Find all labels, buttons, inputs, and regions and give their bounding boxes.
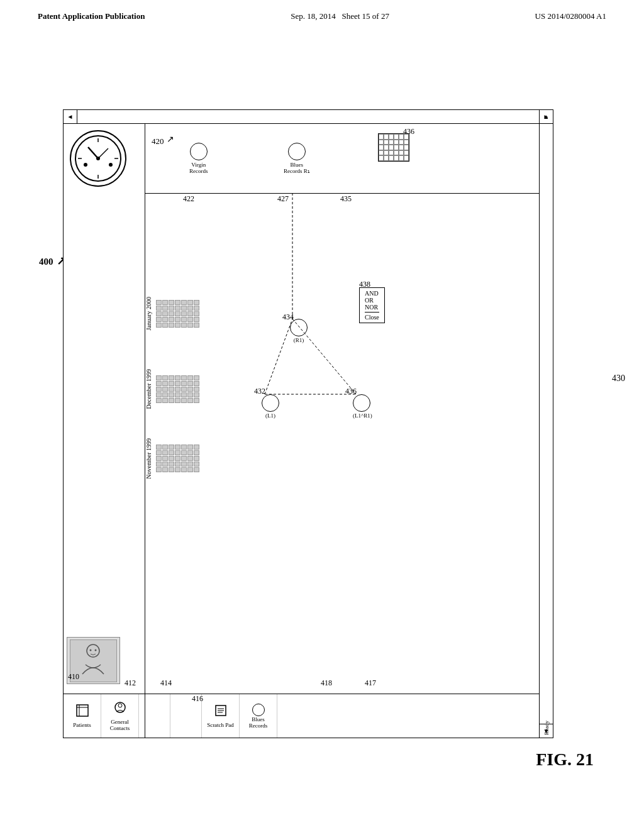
virgin-circle	[190, 143, 208, 160]
divider-1	[145, 193, 539, 194]
december-calendar	[156, 375, 199, 403]
clock-circle	[70, 130, 126, 187]
bottom-toolbar: Patients GeneralContacts	[64, 694, 539, 738]
november-calendar	[156, 445, 199, 472]
top-scrollbar: ◄ ►	[64, 110, 553, 124]
january-calendar	[156, 300, 199, 328]
popup-and[interactable]: AND	[365, 290, 379, 297]
ref-416-ext: 416	[192, 694, 203, 704]
blues-records-node: BluesRecords R₁	[284, 143, 310, 174]
ref-427-label: 427	[277, 194, 289, 204]
ref-420-label: 420	[152, 136, 164, 147]
node-434: (R1)	[290, 319, 308, 343]
ref-422-label: 422	[183, 194, 194, 204]
contacts-label: GeneralContacts	[110, 719, 130, 731]
blues-circle	[288, 143, 306, 160]
toolbar-patients[interactable]: Patients	[64, 694, 101, 738]
header-center: Sep. 18, 2014 Sheet 15 of 27	[291, 11, 389, 21]
toolbar-general-contacts[interactable]: GeneralContacts	[101, 694, 139, 738]
november-label: November 1999	[145, 438, 152, 479]
popup-close[interactable]: Close	[365, 312, 379, 321]
main-content: 400 ↗ 430 FIG. 21 ◄ ► ▲ ▼ Ready	[0, 28, 644, 820]
grid-icon	[378, 133, 409, 162]
header-left: Patent Application Publication	[38, 11, 145, 21]
node-436-label: (L1^R1)	[353, 412, 372, 419]
december-label: December 1999	[145, 369, 152, 409]
svg-line-15	[265, 319, 292, 394]
blues-records-toolbar-label: BluesRecords	[249, 716, 268, 729]
scroll-up-button[interactable]: ▲	[540, 110, 553, 124]
ref-436-top: 436	[403, 127, 414, 136]
node-432-label: (L1)	[262, 412, 279, 419]
popup-or[interactable]: OR	[365, 297, 379, 304]
patients-label: Patients	[73, 722, 91, 728]
left-panel	[64, 124, 145, 738]
january-2000-section: January 2000	[145, 297, 199, 331]
ready-label: Ready	[543, 718, 550, 738]
svg-point-7	[84, 163, 87, 167]
canvas-area: 420 ↗ VirginRecords BluesRecords R₁	[145, 124, 539, 694]
virgin-records-node: VirginRecords	[189, 143, 208, 174]
connection-lines	[208, 162, 523, 564]
ref-417-ext: 417	[365, 678, 376, 688]
node-436-bottom: (L1^R1)	[353, 394, 372, 419]
svg-point-9	[96, 157, 100, 160]
ref-418-ext: 418	[321, 678, 332, 688]
ref-432-label: 432	[254, 387, 265, 396]
december-1999-section: December 1999	[145, 369, 199, 409]
grid-icon-container	[378, 133, 409, 162]
scroll-horizontal-track	[77, 110, 539, 123]
svg-point-22	[118, 704, 122, 707]
figure-label: FIG. 21	[536, 750, 594, 770]
ref-430: 430	[612, 374, 625, 384]
ref-414-ext: 414	[160, 678, 172, 688]
ready-label-container: Ready	[539, 124, 553, 738]
node-432: (L1)	[262, 394, 279, 419]
patients-icon	[75, 704, 89, 721]
ref-410-ext: 410	[68, 672, 79, 682]
clock-icon	[70, 130, 133, 193]
ref-412-ext: 412	[125, 678, 136, 688]
virgin-label: VirginRecords	[189, 162, 208, 174]
inner-area: 420 ↗ VirginRecords BluesRecords R₁	[64, 124, 539, 738]
ref-436-bottom-label: 436	[345, 387, 357, 396]
header-right: US 2014/0280004 A1	[535, 11, 606, 21]
clock-svg	[73, 133, 123, 184]
page-header: Patent Application Publication Sep. 18, …	[0, 0, 644, 28]
toolbar-tab-empty-1[interactable]	[139, 694, 170, 738]
node-434-label: (R1)	[290, 337, 308, 343]
toolbar-scratch-pad[interactable]: Scratch Pad	[202, 694, 240, 738]
scratch-pad-label: Scratch Pad	[207, 722, 234, 728]
ref-434-label: 434	[282, 313, 294, 322]
popup-438: AND OR NOR Close	[359, 287, 385, 323]
node-432-circle	[262, 394, 279, 412]
ref-435-label: 435	[340, 194, 352, 204]
svg-point-12	[90, 649, 92, 651]
svg-point-8	[109, 163, 113, 167]
january-label: January 2000	[145, 297, 152, 331]
ref-400: 400 ↗	[39, 254, 66, 268]
toolbar-blues-records[interactable]: BluesRecords	[240, 694, 277, 738]
scratch-pad-icon	[214, 704, 228, 721]
contacts-icon	[113, 700, 127, 717]
scroll-left-button[interactable]: ◄	[64, 110, 77, 124]
blues-records-toolbar-icon	[252, 704, 265, 716]
ref-438-label: 438	[359, 280, 370, 289]
node-436-circle	[353, 394, 370, 412]
blues-label: BluesRecords R₁	[284, 162, 310, 174]
popup-nor[interactable]: NOR	[365, 304, 379, 311]
svg-point-13	[95, 649, 97, 651]
ref-420-arrow: ↗	[167, 134, 174, 145]
svg-rect-18	[77, 705, 88, 716]
diagram-box: ◄ ► ▲ ▼ Ready	[63, 109, 553, 738]
november-1999-section: November 1999	[145, 438, 199, 479]
